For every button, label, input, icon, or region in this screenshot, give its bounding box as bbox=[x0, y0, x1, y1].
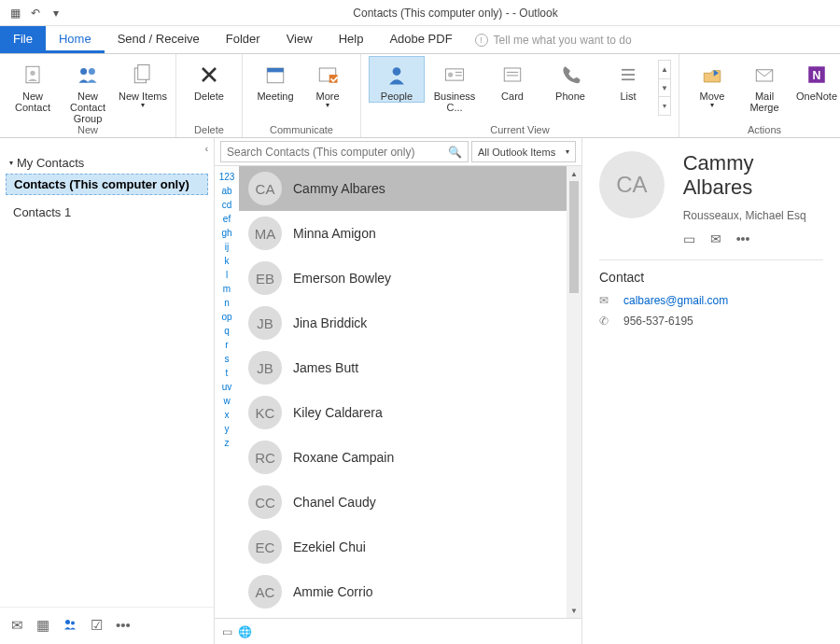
view-phone-button[interactable]: Phone bbox=[542, 56, 598, 103]
new-contact-group-button[interactable]: New Contact Group bbox=[60, 56, 116, 125]
az-q[interactable]: q bbox=[215, 324, 239, 338]
contact-list-pane: 🔍 All Outlook Items ▾ 123abcdefghijklmno… bbox=[215, 138, 582, 644]
chevron-down-icon: ▾ bbox=[566, 147, 569, 156]
card-view-icon[interactable]: ▭ bbox=[222, 625, 232, 638]
new-items-button[interactable]: New Items▾ bbox=[118, 56, 168, 111]
move-button[interactable]: Move▾ bbox=[687, 56, 737, 111]
meeting-button[interactable]: Meeting bbox=[250, 56, 301, 103]
detail-name: Cammy Albares bbox=[683, 151, 823, 200]
search-input[interactable] bbox=[227, 146, 448, 159]
scroll-down-icon[interactable]: ▼ bbox=[567, 603, 581, 618]
contact-row[interactable]: CACammy Albares bbox=[239, 166, 567, 211]
az-op[interactable]: op bbox=[215, 310, 239, 324]
contact-name: Cammy Albares bbox=[293, 181, 385, 196]
contact-row[interactable]: CCChanel Caudy bbox=[239, 480, 567, 525]
az-y[interactable]: y bbox=[215, 422, 239, 436]
az-r[interactable]: r bbox=[215, 338, 239, 352]
contact-row[interactable]: JBJames Butt bbox=[239, 345, 567, 390]
tab-view[interactable]: View bbox=[273, 26, 326, 53]
contact-row[interactable]: ACAmmie Corrio bbox=[239, 569, 567, 614]
svg-point-2 bbox=[80, 68, 87, 75]
calendar-icon[interactable]: ▦ bbox=[36, 617, 49, 635]
detail-company: Rousseaux, Michael Esq bbox=[683, 209, 823, 222]
az-m[interactable]: m bbox=[215, 282, 239, 296]
people-icon[interactable] bbox=[63, 617, 77, 635]
view-gallery-arrows[interactable]: ▲▼▾ bbox=[658, 60, 671, 116]
tasks-icon[interactable]: ☑ bbox=[91, 617, 103, 635]
contact-row[interactable]: EBEmerson Bowley bbox=[239, 256, 567, 301]
tab-file[interactable]: File bbox=[0, 26, 46, 53]
avatar: AC bbox=[248, 575, 282, 609]
view-card-button[interactable]: Card bbox=[484, 56, 540, 103]
globe-icon[interactable]: 🌐 bbox=[238, 625, 252, 638]
new-contact-button[interactable]: New Contact bbox=[7, 56, 58, 114]
svg-rect-7 bbox=[267, 68, 284, 72]
ribbon-tabs: File Home Send / Receive Folder View Hel… bbox=[0, 26, 840, 54]
view-business-card-button[interactable]: Business C... bbox=[427, 56, 483, 114]
nav-header-my-contacts[interactable]: ▾My Contacts bbox=[0, 154, 214, 174]
search-box[interactable]: 🔍 bbox=[220, 141, 469, 162]
az-ij[interactable]: ij bbox=[215, 240, 239, 254]
az-x[interactable]: x bbox=[215, 408, 239, 422]
more-button[interactable]: More▾ bbox=[302, 56, 353, 111]
az-k[interactable]: k bbox=[215, 254, 239, 268]
contact-row[interactable]: ECEzekiel Chui bbox=[239, 525, 567, 569]
detail-pane: CA Cammy Albares Rousseaux, Michael Esq … bbox=[582, 138, 840, 644]
az-cd[interactable]: cd bbox=[215, 198, 239, 212]
tab-home[interactable]: Home bbox=[46, 26, 105, 53]
contact-row[interactable]: KCKiley Caldarera bbox=[239, 390, 567, 435]
nav-collapse-icon[interactable]: ‹ bbox=[0, 144, 214, 154]
window-title: Contacts (This computer only) - - Outloo… bbox=[71, 7, 840, 20]
ribbon: New Contact New Contact Group New Items▾… bbox=[0, 54, 840, 138]
svg-rect-5 bbox=[138, 65, 149, 80]
tab-folder[interactable]: Folder bbox=[213, 26, 273, 53]
avatar: RC bbox=[248, 441, 282, 474]
az-ab[interactable]: ab bbox=[215, 184, 239, 198]
onenote-button[interactable]: NOneNote bbox=[791, 56, 840, 103]
nav-item-contacts-local[interactable]: Contacts (This computer only) bbox=[6, 174, 208, 195]
svg-point-10 bbox=[393, 67, 401, 76]
qat-customize-icon[interactable]: ▾ bbox=[49, 6, 63, 21]
az-s[interactable]: s bbox=[215, 352, 239, 366]
contact-name: Ammie Corrio bbox=[293, 584, 373, 599]
tab-help[interactable]: Help bbox=[326, 26, 377, 53]
mail-merge-button[interactable]: Mail Merge bbox=[739, 56, 790, 114]
tab-adobe-pdf[interactable]: Adobe PDF bbox=[376, 26, 465, 53]
scrollbar[interactable]: ▲ ▼ bbox=[567, 166, 581, 618]
tell-me-search[interactable]: ! Tell me what you want to do bbox=[466, 26, 840, 53]
contact-row[interactable]: RCRoxane Campain bbox=[239, 435, 567, 480]
ribbon-group-new: New Contact New Contact Group New Items▾… bbox=[0, 54, 176, 137]
svg-point-3 bbox=[89, 68, 95, 75]
filter-dropdown[interactable]: All Outlook Items ▾ bbox=[471, 141, 576, 162]
az-t[interactable]: t bbox=[215, 366, 239, 380]
nav-item-contacts-1[interactable]: Contacts 1 bbox=[0, 203, 214, 222]
detail-email-link[interactable]: calbares@gmail.com bbox=[623, 294, 728, 307]
az-gh[interactable]: gh bbox=[215, 226, 239, 240]
az-uv[interactable]: uv bbox=[215, 380, 239, 394]
email-icon[interactable]: ✉ bbox=[710, 231, 721, 246]
search-icon[interactable]: 🔍 bbox=[448, 146, 462, 159]
mail-icon[interactable]: ✉ bbox=[11, 617, 23, 635]
chat-icon[interactable]: ▭ bbox=[683, 231, 695, 246]
az-123[interactable]: 123 bbox=[215, 170, 239, 184]
tab-send-receive[interactable]: Send / Receive bbox=[105, 26, 213, 53]
az-w[interactable]: w bbox=[215, 394, 239, 408]
contact-row[interactable]: MAMinna Amigon bbox=[239, 211, 567, 256]
scroll-up-icon[interactable]: ▲ bbox=[567, 166, 581, 181]
view-people-button[interactable]: People bbox=[369, 56, 425, 103]
more-nav-icon[interactable]: ••• bbox=[116, 617, 131, 635]
title-bar: ▦ ↶ ▾ Contacts (This computer only) - - … bbox=[0, 0, 840, 26]
contact-row[interactable]: JBJina Briddick bbox=[239, 301, 567, 345]
detail-section-contact: Contact bbox=[599, 259, 823, 285]
az-z[interactable]: z bbox=[215, 436, 239, 450]
qat-undo-icon[interactable]: ↶ bbox=[28, 6, 43, 21]
delete-button[interactable]: Delete bbox=[184, 56, 234, 103]
az-l[interactable]: l bbox=[215, 268, 239, 282]
contact-name: Emerson Bowley bbox=[293, 271, 391, 286]
az-ef[interactable]: ef bbox=[215, 212, 239, 226]
more-actions-icon[interactable]: ••• bbox=[736, 231, 750, 246]
az-n[interactable]: n bbox=[215, 296, 239, 310]
qat-app-icon[interactable]: ▦ bbox=[7, 6, 22, 21]
scroll-thumb[interactable] bbox=[569, 181, 579, 293]
view-list-button[interactable]: List bbox=[600, 56, 656, 103]
